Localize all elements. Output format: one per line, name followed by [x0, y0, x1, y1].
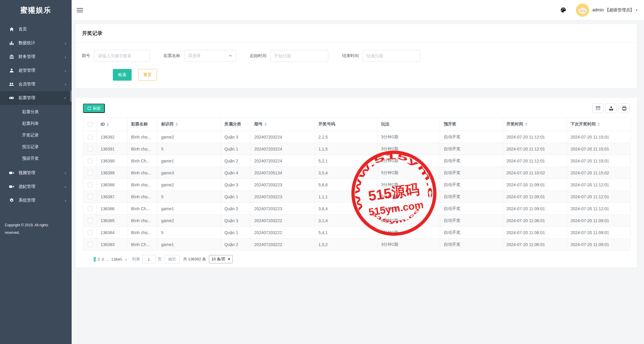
- refresh-icon: [87, 106, 91, 110]
- sort-icon[interactable]: [597, 122, 600, 126]
- table-cell: Bình chọ...: [127, 191, 158, 203]
- table-cell: 136391: [97, 143, 127, 155]
- sort-icon[interactable]: [264, 122, 267, 126]
- select-all-checkbox[interactable]: [88, 122, 93, 127]
- table-body: 136392Bình chọ...game2Quận 3202407203224…: [83, 131, 631, 251]
- sidebar-item-财务管理[interactable]: 财务管理›: [0, 50, 72, 64]
- jump-prefix-label: 到第: [132, 257, 140, 262]
- sort-icon[interactable]: [175, 122, 178, 126]
- table-cell: 5: [158, 227, 221, 239]
- next-page-icon[interactable]: ›: [123, 257, 129, 262]
- jump-confirm-button[interactable]: 确定: [165, 255, 180, 263]
- page-numbers: 123...13640: [93, 255, 123, 263]
- table-cell: 5,2,1: [315, 155, 378, 167]
- refresh-button[interactable]: 刷新: [83, 104, 105, 113]
- app-logo: 蜜獾娱乐: [0, 0, 72, 20]
- table-row: 136390Bình Ch...game1Quận 22024072032245…: [83, 155, 631, 167]
- table-cell: 202407203222: [251, 227, 315, 239]
- column-header-开奖时间[interactable]: 开奖时间: [503, 118, 567, 131]
- row-checkbox[interactable]: [88, 218, 93, 223]
- sidebar-subitem-彩票列表[interactable]: 彩票列表: [0, 118, 72, 129]
- copyright-text: Copyright © 2019. All rights reserved.: [5, 222, 61, 236]
- table-cell: 136386: [97, 203, 127, 215]
- row-checkbox[interactable]: [88, 206, 93, 211]
- table-row: 136384Bình chọ...5Quận 12024072032225,4,…: [83, 227, 631, 239]
- page-number-13640[interactable]: 13640: [111, 257, 122, 262]
- row-checkbox[interactable]: [88, 159, 93, 163]
- print-icon[interactable]: [619, 104, 630, 113]
- lottery-filter-group: 彩票名称 请选择: [164, 50, 236, 62]
- row-checkbox[interactable]: [88, 182, 93, 187]
- menu-toggle-icon[interactable]: [77, 7, 83, 13]
- sidebar-subitem-预设开奖[interactable]: 预设开奖: [0, 153, 72, 164]
- reset-button[interactable]: 重置: [138, 69, 157, 81]
- theme-palette-icon[interactable]: [560, 7, 566, 13]
- column-header-玩法: 玩法: [378, 118, 440, 131]
- sidebar-item-会员管理[interactable]: 会员管理›: [0, 77, 72, 91]
- user-menu[interactable]: admin 【超级管理员】: [592, 7, 634, 13]
- column-header-ID[interactable]: ID: [97, 118, 127, 131]
- table-cell: 1,1,1: [315, 191, 378, 203]
- sidebar-item-超管管理[interactable]: 超管管理›: [0, 64, 72, 77]
- sidebar-subitem-投注记录[interactable]: 投注记录: [0, 141, 72, 153]
- sidebar-item-彩票管理[interactable]: 彩票管理›: [0, 91, 72, 105]
- sidebar-item-首页[interactable]: 首页: [0, 22, 72, 36]
- user-avatar[interactable]: [576, 4, 589, 17]
- table-row: 136391Bình chọ...5Quận 12024072032241,1,…: [83, 143, 631, 155]
- bank-icon: [9, 54, 14, 59]
- table-cell: 2024-07-20 11:12:01: [567, 203, 631, 215]
- row-checkbox[interactable]: [88, 230, 93, 235]
- table-cell: Bình chọ...: [127, 227, 158, 239]
- column-header-标识符[interactable]: 标识符: [158, 118, 221, 131]
- table-cell: 3分钟1期: [378, 143, 440, 155]
- end-date-input[interactable]: [363, 50, 420, 62]
- sidebar-subitem-开奖记录[interactable]: 开奖记录: [0, 129, 72, 141]
- column-header-彩票名称: 彩票名称: [127, 118, 158, 131]
- page-size-select[interactable]: 10 条/页 ▼: [209, 255, 233, 263]
- sort-icon[interactable]: [525, 122, 527, 126]
- lottery-select[interactable]: 请选择: [184, 50, 236, 62]
- page-number-3[interactable]: 3: [101, 257, 104, 262]
- sidebar-item-系统管理[interactable]: 系统管理›: [0, 194, 72, 207]
- table-cell: 2024-07-20 11:12:01: [503, 143, 567, 155]
- column-header-期号[interactable]: 期号: [251, 118, 315, 131]
- issue-search-input[interactable]: [94, 50, 150, 62]
- topbar-right: admin 【超级管理员】 ▾: [560, 4, 637, 17]
- table-cell: 136387: [97, 191, 127, 203]
- sort-icon[interactable]: [107, 123, 109, 126]
- video-icon: [9, 171, 14, 176]
- home-icon: [9, 27, 14, 32]
- table-cell: 5,6,6: [315, 179, 378, 191]
- start-date-input[interactable]: [270, 50, 328, 62]
- gear-icon: [9, 198, 14, 203]
- table-cell: 2024-07-20 11:06:01: [503, 239, 567, 251]
- sidebar-subitem-彩票分类[interactable]: 彩票分类: [0, 106, 72, 118]
- topbar: admin 【超级管理员】 ▾: [72, 0, 644, 20]
- filter-card: 开奖记录 期号 彩票名称 请选择: [76, 24, 637, 88]
- page-number-1[interactable]: 1: [94, 257, 96, 262]
- prev-page-icon[interactable]: ‹: [87, 257, 93, 262]
- sidebar-item-数据统计[interactable]: 数据统计›: [0, 36, 72, 50]
- sidebar-item-选妃管理[interactable]: 选妃管理›: [0, 180, 72, 194]
- row-checkbox[interactable]: [88, 147, 93, 151]
- table-cell: 自动开奖: [440, 179, 503, 191]
- row-checkbox[interactable]: [88, 171, 93, 175]
- table-cell: 3分钟1期: [378, 155, 440, 167]
- row-checkbox[interactable]: [88, 242, 93, 247]
- export-icon[interactable]: [606, 104, 617, 113]
- table-cell: 3分钟1期: [378, 203, 440, 215]
- table-header-row: ID彩票名称标识符所属分类期号开奖号码玩法预开奖开奖时间下次开奖时间: [83, 118, 631, 131]
- select-caret-down-icon: [229, 55, 232, 57]
- columns-icon[interactable]: [592, 104, 603, 113]
- user-caret-down-icon[interactable]: ▾: [636, 8, 637, 12]
- start-time-group: 起始时间: [250, 50, 328, 62]
- page-number-2[interactable]: 2: [98, 257, 100, 262]
- jump-page-input[interactable]: [142, 255, 155, 263]
- column-header-下次开奖时间[interactable]: 下次开奖时间: [567, 118, 631, 131]
- row-checkbox[interactable]: [88, 135, 93, 139]
- table-cell: Bình chọ...: [127, 167, 158, 179]
- row-checkbox[interactable]: [88, 194, 93, 199]
- sidebar-item-视频管理[interactable]: 视频管理›: [0, 166, 72, 180]
- search-button[interactable]: 检索: [113, 69, 132, 81]
- column-header-所属分类: 所属分类: [221, 118, 251, 131]
